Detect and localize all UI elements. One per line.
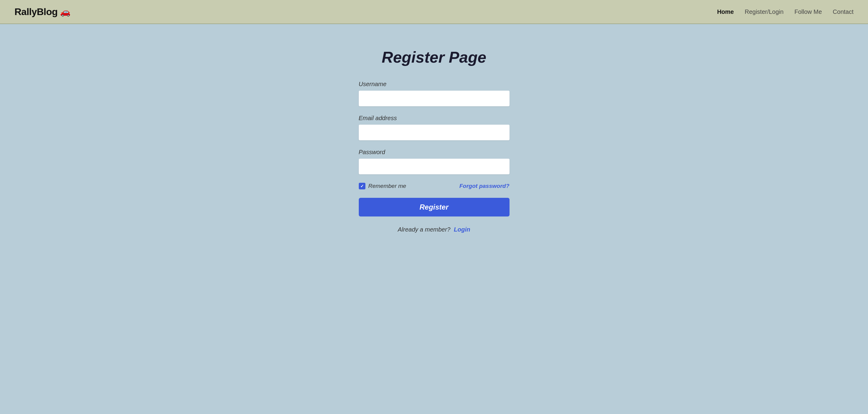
- page-title: Register Page: [382, 48, 486, 66]
- remember-me-toggle[interactable]: Remember me: [359, 183, 406, 189]
- car-icon: 🚗: [60, 7, 70, 17]
- email-group: Email address: [359, 115, 509, 140]
- main-content: Register Page Username Email address Pas…: [0, 24, 868, 233]
- password-group: Password: [359, 149, 509, 174]
- header: RallyBlog 🚗 Home Register/Login Follow M…: [0, 0, 868, 24]
- logo[interactable]: RallyBlog 🚗: [14, 6, 70, 18]
- nav-follow-me[interactable]: Follow Me: [795, 8, 822, 15]
- register-form: Username Email address Password Remember…: [359, 81, 509, 233]
- nav-contact[interactable]: Contact: [833, 8, 854, 15]
- login-link[interactable]: Login: [454, 226, 470, 233]
- username-input[interactable]: [359, 91, 509, 106]
- password-label: Password: [359, 149, 509, 156]
- already-member-text: Already a member?: [398, 226, 451, 233]
- remember-me-label: Remember me: [368, 183, 406, 189]
- register-button[interactable]: Register: [359, 198, 509, 216]
- remember-forgot-row: Remember me Forgot password?: [359, 183, 509, 189]
- email-input[interactable]: [359, 125, 509, 140]
- nav-home[interactable]: Home: [717, 8, 734, 15]
- remember-me-checkbox[interactable]: [359, 183, 365, 189]
- main-nav: Home Register/Login Follow Me Contact: [717, 8, 854, 15]
- already-member-row: Already a member? Login: [359, 226, 509, 233]
- username-label: Username: [359, 81, 509, 88]
- password-input[interactable]: [359, 159, 509, 174]
- logo-text: RallyBlog: [14, 6, 58, 18]
- email-label: Email address: [359, 115, 509, 122]
- forgot-password-link[interactable]: Forgot password?: [460, 183, 509, 189]
- username-group: Username: [359, 81, 509, 106]
- nav-register-login[interactable]: Register/Login: [745, 8, 783, 15]
